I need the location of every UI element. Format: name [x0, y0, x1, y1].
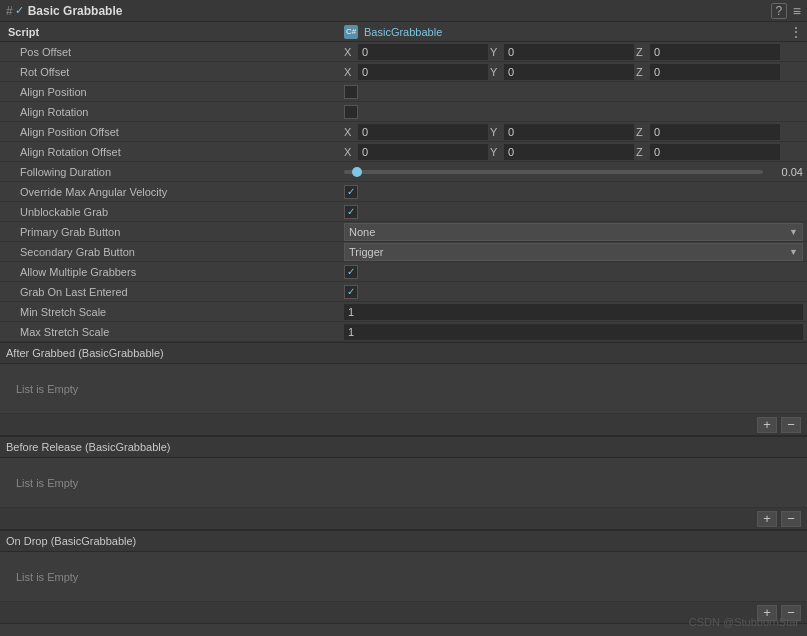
field-row: Primary Grab ButtonNone▼ — [0, 222, 807, 242]
field-row: Rot OffsetXYZ — [0, 62, 807, 82]
help-icon[interactable]: ? — [771, 3, 787, 19]
watermark: CSDN @StubbornStar — [689, 616, 799, 628]
field-row: Align Position OffsetXYZ — [0, 122, 807, 142]
checkbox[interactable] — [344, 185, 358, 199]
x-label: X — [344, 46, 356, 58]
x-input[interactable] — [358, 64, 488, 80]
field-label: Min Stretch Scale — [4, 306, 344, 318]
dropdown-value: None — [349, 226, 375, 238]
x-input[interactable] — [358, 144, 488, 160]
checkbox[interactable] — [344, 105, 358, 119]
field-value — [344, 265, 803, 279]
add-button[interactable]: + — [757, 511, 777, 527]
y-input[interactable] — [504, 144, 634, 160]
y-input[interactable] — [504, 44, 634, 60]
check-icon[interactable]: ✓ — [15, 4, 24, 17]
y-label: Y — [490, 46, 502, 58]
x-input[interactable] — [358, 44, 488, 60]
dropdown-value: Trigger — [349, 246, 383, 258]
field-value: XYZ — [344, 144, 803, 160]
title-bar: # ✓ Basic Grabbable ? ≡ — [0, 0, 807, 22]
checkbox[interactable] — [344, 265, 358, 279]
y-label: Y — [490, 146, 502, 158]
field-row: Override Max Angular Velocity — [0, 182, 807, 202]
dropdown-arrow: ▼ — [789, 227, 798, 237]
menu-icon[interactable]: ≡ — [793, 3, 801, 19]
y-input[interactable] — [504, 64, 634, 80]
list-footer: +− — [0, 602, 807, 624]
checkbox[interactable] — [344, 205, 358, 219]
field-row: Align Rotation OffsetXYZ — [0, 142, 807, 162]
field-row: Unblockable Grab — [0, 202, 807, 222]
field-row: Allow Multiple Grabbers — [0, 262, 807, 282]
overflow-icon[interactable]: ⋮ — [789, 24, 803, 40]
x-label: X — [344, 126, 356, 138]
slider-value: 0.04 — [767, 166, 803, 178]
z-input[interactable] — [650, 44, 780, 60]
field-label: Grab On Last Entered — [4, 286, 344, 298]
field-label: Unblockable Grab — [4, 206, 344, 218]
field-value: XYZ — [344, 124, 803, 140]
section-header[interactable]: After Grabbed (BasicGrabbable) — [0, 342, 807, 364]
list-empty: List is Empty — [0, 458, 807, 508]
field-label: Align Rotation Offset — [4, 146, 344, 158]
x-input[interactable] — [358, 124, 488, 140]
script-value: C# BasicGrabbable ⋮ — [344, 24, 803, 40]
list-footer: +− — [0, 414, 807, 436]
script-type-icon: C# — [344, 25, 358, 39]
dropdown[interactable]: None▼ — [344, 223, 803, 241]
list-footer: +− — [0, 508, 807, 530]
field-value — [344, 324, 803, 340]
script-name[interactable]: BasicGrabbable — [364, 26, 787, 38]
x-label: X — [344, 66, 356, 78]
slider-container: 0.04 — [344, 166, 803, 178]
number-input[interactable] — [344, 324, 803, 340]
field-label: Allow Multiple Grabbers — [4, 266, 344, 278]
remove-button[interactable]: − — [781, 417, 801, 433]
add-button[interactable]: + — [757, 417, 777, 433]
checkbox[interactable] — [344, 85, 358, 99]
z-input[interactable] — [650, 124, 780, 140]
x-label: X — [344, 146, 356, 158]
field-row: Min Stretch Scale — [0, 302, 807, 322]
slider-track[interactable] — [344, 170, 763, 174]
fields-container: Pos OffsetXYZRot OffsetXYZAlign Position… — [0, 42, 807, 342]
field-value — [344, 304, 803, 320]
list-empty: List is Empty — [0, 364, 807, 414]
field-label: Rot Offset — [4, 66, 344, 78]
field-row: Pos OffsetXYZ — [0, 42, 807, 62]
y-input[interactable] — [504, 124, 634, 140]
dropdown-arrow: ▼ — [789, 247, 798, 257]
field-label: Align Rotation — [4, 106, 344, 118]
field-label: Primary Grab Button — [4, 226, 344, 238]
number-input[interactable] — [344, 304, 803, 320]
section-header[interactable]: On Drop (BasicGrabbable) — [0, 530, 807, 552]
field-value: XYZ — [344, 44, 803, 60]
script-header-row: Script C# BasicGrabbable ⋮ — [0, 22, 807, 42]
sections-container: After Grabbed (BasicGrabbable)List is Em… — [0, 342, 807, 624]
field-label: Override Max Angular Velocity — [4, 186, 344, 198]
section-header[interactable]: Before Release (BasicGrabbable) — [0, 436, 807, 458]
field-label: Max Stretch Scale — [4, 326, 344, 338]
field-value — [344, 285, 803, 299]
field-value — [344, 205, 803, 219]
field-value: XYZ — [344, 64, 803, 80]
dropdown[interactable]: Trigger▼ — [344, 243, 803, 261]
field-value — [344, 85, 803, 99]
field-label: Pos Offset — [4, 46, 344, 58]
remove-button[interactable]: − — [781, 511, 801, 527]
field-row: Secondary Grab ButtonTrigger▼ — [0, 242, 807, 262]
checkbox[interactable] — [344, 285, 358, 299]
field-value — [344, 185, 803, 199]
field-label: Align Position — [4, 86, 344, 98]
field-row: Grab On Last Entered — [0, 282, 807, 302]
z-label: Z — [636, 66, 648, 78]
field-value: 0.04 — [344, 166, 803, 178]
z-label: Z — [636, 46, 648, 58]
z-label: Z — [636, 146, 648, 158]
z-input[interactable] — [650, 64, 780, 80]
slider-thumb[interactable] — [352, 167, 362, 177]
script-label: Script — [4, 26, 344, 38]
field-value — [344, 105, 803, 119]
z-input[interactable] — [650, 144, 780, 160]
